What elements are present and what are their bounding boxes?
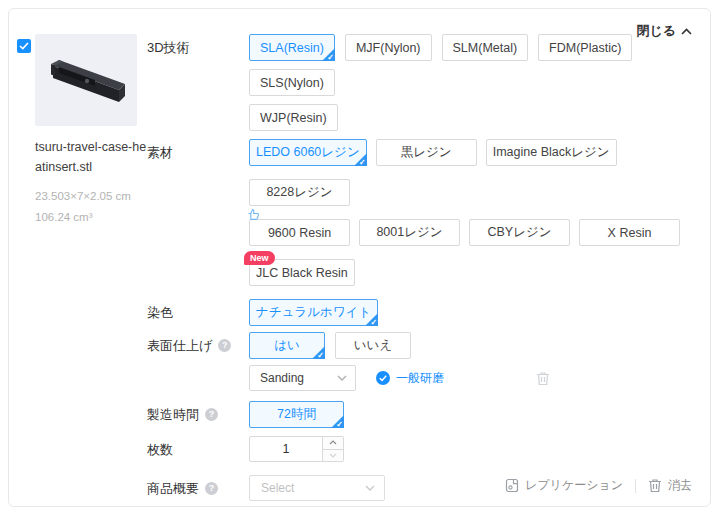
material-label: 素材 [147, 139, 173, 166]
replicate-icon [505, 478, 519, 493]
tech-option-sls[interactable]: SLS(Nylon) [249, 69, 335, 96]
remove-finish-icon[interactable] [536, 371, 550, 386]
material-option-jlc-black[interactable]: New JLC Black Resin [249, 259, 355, 286]
material-option-cby[interactable]: CBYレジン [469, 219, 570, 246]
material-option-ledo6060[interactable]: LEDO 6060レジン [249, 139, 367, 166]
row-surface-finish: 表面仕上げ はい いいえ Sanding 一般研磨 [147, 332, 694, 391]
time-option-72h[interactable]: 72時間 [249, 401, 344, 428]
summary-select[interactable]: Select [249, 475, 385, 501]
time-label: 製造時間 [147, 401, 199, 428]
row-3d-technology: 3D技術 SLA(Resin) MJF(Nylon) SLM(Metal) FD… [147, 34, 694, 139]
finish-label: 表面仕上げ [147, 332, 212, 359]
new-badge: New [244, 251, 275, 265]
row-material: 素材 LEDO 6060レジン 黒レジン Imagine Blackレジン 82… [147, 139, 694, 299]
row-quantity: 枚数 1 [147, 436, 694, 463]
model-volume: 106.24 cm³ [35, 207, 151, 228]
summary-label: 商品概要 [147, 475, 199, 502]
row-manufacturing-time: 製造時間 72時間 [147, 401, 694, 436]
tech-option-slm[interactable]: SLM(Metal) [442, 34, 529, 61]
model-dimensions: 23.503×7×2.05 cm [35, 186, 151, 207]
delete-button[interactable]: 消去 [648, 477, 692, 494]
tech-option-wjp[interactable]: WJP(Resin) [249, 104, 338, 131]
footer-divider [635, 479, 636, 493]
thumbs-up-icon [247, 208, 260, 221]
finish-method-value: Sanding [260, 371, 304, 385]
material-option-x-resin[interactable]: X Resin [579, 219, 680, 246]
tech-option-mjf[interactable]: MJF(Nylon) [345, 34, 432, 61]
finish-option-no[interactable]: いいえ [335, 332, 411, 359]
chevron-down-icon [365, 485, 375, 491]
row-dye: 染色 ナチュラルホワイト [147, 299, 694, 326]
finish-method-select[interactable]: Sanding [249, 365, 356, 391]
delete-label: 消去 [668, 477, 692, 494]
quantity-stepper[interactable]: 1 [249, 436, 344, 462]
material-option-8001[interactable]: 8001レジン [359, 219, 460, 246]
chevron-down-icon [337, 375, 347, 381]
replicate-label: レプリケーション [525, 477, 623, 494]
material-option-9600[interactable]: 9600 Resin [249, 219, 350, 246]
tech-option-sla[interactable]: SLA(Resin) [249, 34, 335, 61]
item-config-card: 閉じる tsuru-travel-case-heatinsert.stl 23.… [8, 8, 711, 507]
model-preview-image [35, 34, 137, 126]
tech-option-fdm[interactable]: FDM(Plastic) [538, 34, 632, 61]
material-option-imagine-black[interactable]: Imagine Blackレジン [486, 139, 617, 166]
quantity-label: 枚数 [147, 436, 173, 463]
quantity-decrease-icon[interactable] [323, 450, 343, 462]
check-circle-icon [376, 371, 390, 385]
summary-help-icon[interactable] [205, 482, 218, 495]
dye-label: 染色 [147, 299, 173, 326]
trash-icon [648, 478, 662, 493]
time-help-icon[interactable] [205, 408, 218, 421]
dye-option-natural-white[interactable]: ナチュラルホワイト [249, 299, 378, 326]
quantity-increase-icon[interactable] [323, 437, 343, 450]
material-option-8228[interactable]: 8228レジン [249, 179, 350, 206]
material-option-black-resin[interactable]: 黒レジン [376, 139, 477, 166]
tech-label: 3D技術 [147, 34, 190, 61]
file-name: tsuru-travel-case-heatinsert.stl [35, 137, 151, 177]
finish-method-note: 一般研磨 [396, 370, 444, 387]
finish-option-yes[interactable]: はい [249, 332, 325, 359]
summary-placeholder: Select [261, 481, 294, 495]
check-icon [19, 42, 29, 50]
finish-help-icon[interactable] [218, 339, 231, 352]
model-thumbnail[interactable] [35, 34, 137, 126]
quantity-value[interactable]: 1 [250, 437, 322, 461]
item-checkbox[interactable] [17, 39, 31, 53]
replicate-button[interactable]: レプリケーション [505, 477, 623, 494]
